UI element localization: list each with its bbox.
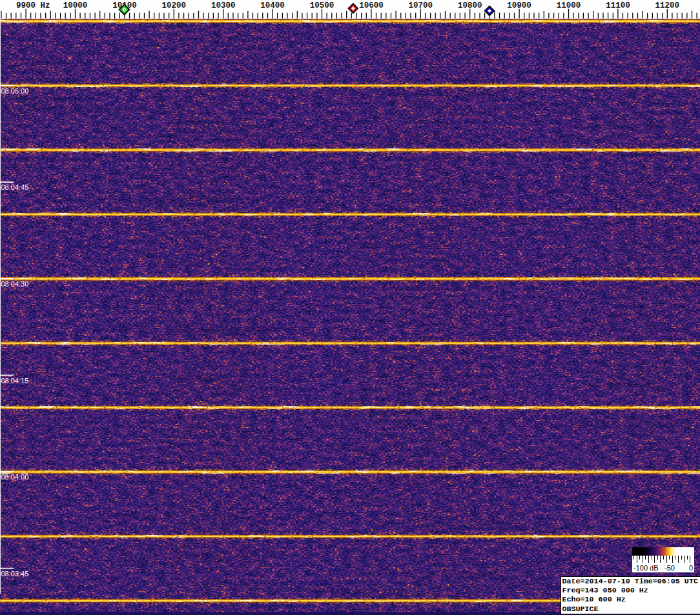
svg-text:08:04:00: 08:04:00 [1,473,29,481]
svg-text:10200: 10200 [162,1,187,10]
svg-text:10300: 10300 [211,1,236,10]
svg-text:10700: 10700 [409,1,433,10]
svg-text:08:03:45: 08:03:45 [1,570,29,578]
svg-text:11000: 11000 [557,1,581,10]
svg-text:10600: 10600 [359,1,384,10]
svg-text:08:04:30: 08:04:30 [1,280,29,288]
svg-text:08:04:15: 08:04:15 [1,377,29,385]
svg-text:10900: 10900 [507,1,531,10]
svg-text:9900 Hz: 9900 Hz [16,1,50,10]
svg-text:11200: 11200 [655,1,680,10]
svg-text:11100: 11100 [606,1,630,10]
svg-text:10400: 10400 [260,1,285,10]
svg-text:10000: 10000 [63,1,88,10]
svg-text:08:05:00: 08:05:00 [1,87,29,95]
svg-text:10500: 10500 [310,1,335,10]
svg-text:08:04:45: 08:04:45 [1,183,29,191]
svg-text:10800: 10800 [458,1,482,10]
